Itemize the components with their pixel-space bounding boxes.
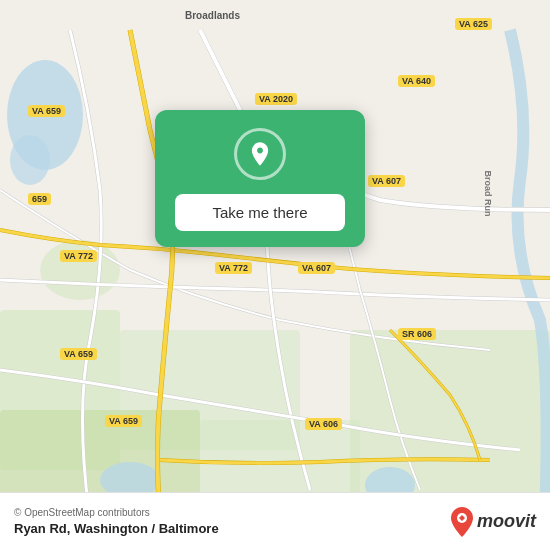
bottom-bar: © OpenStreetMap contributors Ryan Rd, Wa… [0,492,550,550]
moovit-pin-icon [451,507,473,537]
moovit-text: moovit [477,511,536,532]
map-container: Broadlands VA 659 VA 625 VA 640 VA 2020 … [0,0,550,550]
bottom-left: © OpenStreetMap contributors Ryan Rd, Wa… [14,507,219,536]
popup-card: Take me there [155,110,365,247]
svg-point-7 [10,135,50,185]
attribution-text: © OpenStreetMap contributors [14,507,219,518]
location-pin-icon [246,140,274,168]
popup-icon-circle [234,128,286,180]
moovit-logo: moovit [451,507,536,537]
map-svg-layer [0,0,550,550]
svg-point-5 [40,240,120,300]
location-text: Ryan Rd, Washington / Baltimore [14,521,219,536]
take-me-there-button[interactable]: Take me there [175,194,345,231]
